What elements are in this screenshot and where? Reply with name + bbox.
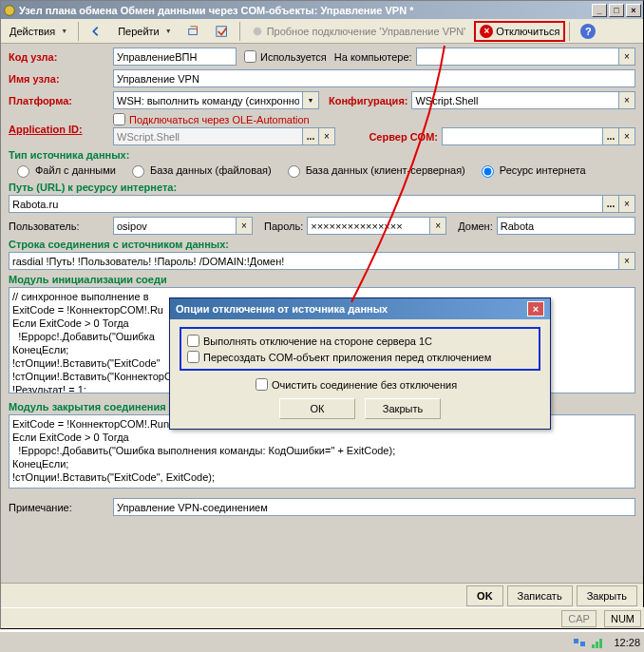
used-checkbox[interactable]: Используется (244, 50, 327, 63)
init-module-label: Модуль инициализации соеди (9, 274, 635, 285)
platform-label: Платформа: (9, 95, 113, 106)
disconnect-options-dialog: Опции отключения от источника данных × В… (169, 297, 551, 430)
platform-dropdown[interactable]: ▼ (303, 91, 319, 109)
svg-rect-7 (596, 642, 598, 648)
system-tray: 12:28 (0, 631, 644, 652)
help-button[interactable]: ? (574, 21, 602, 42)
svg-rect-1 (188, 29, 197, 34)
disconnect-label: Отключиться (496, 26, 559, 37)
com-server-input[interactable] (442, 127, 603, 145)
config-label: Конфигурация: (329, 95, 407, 106)
used-label: Используется (260, 51, 327, 63)
svg-rect-4 (574, 639, 578, 643)
note-label: Примечание: (9, 502, 113, 513)
maximize-button[interactable]: □ (609, 4, 624, 17)
toolbar: Действия Перейти Пробное подключение 'Уп… (1, 19, 643, 44)
com-server-browse[interactable]: ... (603, 127, 619, 145)
on-computer-label: На компьютере: (334, 51, 412, 63)
svg-rect-5 (580, 642, 585, 646)
radio-db-file[interactable]: База данных (файловая) (127, 163, 272, 178)
config-clear[interactable]: × (619, 91, 635, 109)
footer-buttons: OK Записать Закрыть (1, 583, 643, 607)
source-type-header: Тип источника данных: (9, 149, 635, 161)
code-input[interactable] (113, 48, 237, 66)
svg-point-0 (5, 5, 15, 15)
minimize-button[interactable]: _ (592, 4, 607, 17)
ok-button[interactable]: OK (466, 585, 503, 606)
conn-string-label: Строка соединения с источником данных: (9, 239, 635, 250)
user-clear[interactable]: × (237, 217, 253, 235)
status-num: NUM (604, 610, 641, 627)
test-connection-label: Пробное подключение 'Управление VPN' (267, 26, 466, 37)
conn-string-input[interactable] (9, 252, 619, 270)
dialog-close-button[interactable]: × (527, 301, 544, 316)
com-server-clear[interactable]: × (619, 127, 635, 145)
dialog-cancel-button[interactable]: Закрыть (365, 398, 441, 419)
svg-rect-6 (592, 644, 595, 648)
pass-label: Пароль: (264, 221, 303, 232)
tool-icon-2[interactable] (209, 21, 236, 42)
tray-icon-1[interactable] (572, 635, 587, 650)
radio-internet[interactable]: Ресурс интернета (477, 163, 586, 178)
disconnect-button[interactable]: × Отключиться (474, 21, 565, 42)
on-computer-input[interactable] (416, 48, 619, 66)
note-input[interactable] (113, 498, 635, 516)
app-icon (3, 4, 16, 17)
save-button[interactable]: Записать (507, 585, 573, 606)
appid-input[interactable] (113, 127, 303, 145)
highlighted-options: Выполнять отключение на стороне сервера … (180, 327, 540, 371)
url-clear[interactable]: × (619, 195, 635, 213)
domain-label: Домен: (458, 221, 493, 232)
actions-menu[interactable]: Действия (3, 21, 74, 42)
platform-input[interactable] (113, 91, 303, 109)
nav-back-button[interactable] (83, 21, 109, 42)
chk-server-side[interactable]: Выполнять отключение на стороне сервера … (187, 335, 432, 347)
tray-clock: 12:28 (614, 637, 640, 648)
disconnect-icon: × (480, 25, 493, 38)
url-label: Путь (URL) к ресурсу интернета: (9, 182, 635, 193)
appid-browse[interactable]: ... (303, 127, 319, 145)
close-form-button[interactable]: Закрыть (577, 585, 637, 606)
user-label: Пользователь: (9, 221, 113, 232)
svg-rect-8 (599, 639, 602, 648)
name-label: Имя узла: (9, 73, 113, 85)
domain-input[interactable] (497, 217, 635, 235)
help-icon: ? (580, 24, 596, 39)
chk-clear-conn[interactable]: Очистить соединение без отключения (256, 378, 457, 391)
pass-input[interactable] (307, 217, 430, 235)
conn-string-clear[interactable]: × (619, 252, 635, 270)
url-input[interactable] (9, 195, 603, 213)
status-cap: CAP (561, 610, 597, 627)
appid-link[interactable]: Application ID: (9, 124, 113, 135)
window-title: Узел плана обмена Обмен данными через CO… (19, 5, 590, 16)
goto-menu[interactable]: Перейти (111, 21, 179, 42)
dialog-ok-button[interactable]: ОК (279, 398, 355, 419)
tray-icon-2[interactable] (591, 635, 606, 650)
user-input[interactable] (113, 217, 237, 235)
pass-clear[interactable]: × (430, 217, 446, 235)
config-input[interactable] (411, 91, 619, 109)
toolbar-sep (239, 22, 240, 41)
name-input[interactable] (113, 69, 635, 87)
radio-file[interactable]: Файл с данными (12, 163, 116, 178)
chk-recreate-com[interactable]: Пересоздать COM-объект приложения перед … (187, 351, 491, 363)
dialog-title: Опции отключения от источника данных (176, 303, 388, 315)
com-server-label: Сервер COM: (369, 131, 438, 143)
svg-point-3 (253, 27, 261, 35)
dialog-titlebar: Опции отключения от источника данных × (170, 298, 550, 319)
toolbar-sep (78, 22, 79, 41)
test-connection-button[interactable]: Пробное подключение 'Управление VPN' (244, 21, 473, 42)
code-label: Код узла: (9, 51, 113, 63)
on-computer-clear[interactable]: × (619, 48, 635, 66)
titlebar: Узел плана обмена Обмен данными через CO… (1, 1, 643, 19)
close-button[interactable]: × (626, 4, 641, 17)
toolbar-sep (569, 22, 570, 41)
statusbar: CAP NUM (1, 607, 644, 628)
appid-clear[interactable]: × (319, 127, 335, 145)
ole-label: Подключаться через OLE-Automation (129, 114, 310, 125)
url-browse[interactable]: ... (603, 195, 619, 213)
radio-db-cs[interactable]: База данных (клиент-серверная) (283, 163, 465, 178)
source-type-radios: Файл с данными База данных (файловая) Ба… (12, 163, 635, 178)
tool-icon-1[interactable] (180, 21, 207, 42)
ole-checkbox[interactable]: Подключаться через OLE-Automation (113, 113, 635, 125)
